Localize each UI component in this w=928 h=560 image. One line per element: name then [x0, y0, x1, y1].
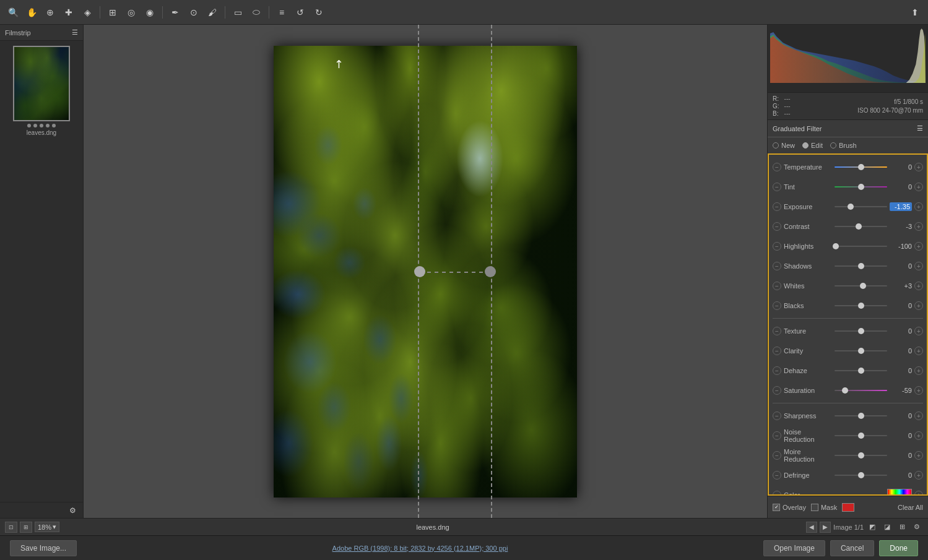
shadows-track[interactable] — [835, 265, 887, 267]
redo-btn[interactable]: ↻ — [311, 4, 327, 20]
saturation-minus[interactable]: − — [773, 386, 781, 395]
saturation-track[interactable] — [835, 390, 887, 391]
highlights-track[interactable] — [835, 246, 887, 247]
fit-screen-btn[interactable]: ⊡ — [5, 522, 17, 533]
highlights-thumb[interactable] — [833, 243, 839, 249]
noise-reduction-minus[interactable]: − — [773, 431, 781, 440]
shadows-track-container[interactable] — [835, 265, 887, 267]
whites-plus[interactable]: + — [914, 282, 923, 290]
defringe-minus[interactable]: − — [773, 471, 781, 480]
clipping-highlights-btn[interactable]: ◪ — [881, 522, 893, 533]
noise-reduction-plus[interactable]: + — [914, 431, 923, 440]
texture-minus[interactable]: − — [773, 327, 781, 335]
done-btn[interactable]: Done — [879, 540, 918, 556]
dehaze-thumb[interactable] — [858, 368, 864, 374]
shadows-minus[interactable]: − — [773, 262, 781, 270]
grad-handle-left[interactable] — [414, 266, 425, 277]
moire-reduction-track[interactable] — [835, 455, 887, 456]
dehaze-track[interactable] — [835, 370, 887, 371]
sharpness-track-container[interactable] — [835, 415, 887, 416]
filter-radio-new[interactable]: New — [773, 142, 795, 149]
moire-reduction-track-container[interactable] — [835, 455, 887, 456]
clarity-thumb[interactable] — [858, 348, 864, 354]
film-thumbnail[interactable] — [13, 46, 70, 121]
defringe-plus[interactable]: + — [914, 471, 923, 480]
sharpness-plus[interactable]: + — [914, 411, 923, 420]
temperature-minus[interactable]: − — [773, 163, 781, 171]
color-minus[interactable]: − — [773, 491, 781, 496]
filmstrip-settings-btn[interactable]: ⚙ — [64, 502, 80, 519]
color-plus[interactable]: + — [914, 491, 923, 496]
moire-reduction-thumb[interactable] — [858, 452, 864, 459]
moire-reduction-minus[interactable]: − — [773, 451, 781, 460]
temperature-plus[interactable]: + — [914, 163, 923, 171]
exposure-plus[interactable]: + — [914, 202, 923, 211]
shadows-thumb[interactable] — [858, 263, 864, 269]
tint-minus[interactable]: − — [773, 183, 781, 191]
temperature-track[interactable] — [835, 166, 887, 168]
targeted-adjustment-tool[interactable]: ◈ — [79, 4, 95, 20]
exposure-track[interactable] — [835, 206, 887, 207]
contrast-plus[interactable]: + — [914, 222, 923, 231]
highlights-plus[interactable]: + — [914, 242, 923, 251]
exposure-minus[interactable]: − — [773, 202, 781, 211]
open-image-btn[interactable]: Open Image — [763, 540, 825, 556]
saturation-plus[interactable]: + — [914, 386, 923, 395]
texture-thumb[interactable] — [858, 328, 864, 334]
clarity-track-container[interactable] — [835, 350, 887, 351]
texture-track[interactable] — [835, 330, 887, 332]
hand-tool[interactable]: ✋ — [24, 4, 40, 20]
shadows-plus[interactable]: + — [914, 262, 923, 270]
prev-image-btn[interactable]: ◀ — [806, 522, 817, 533]
oval-tool[interactable]: ⬭ — [248, 4, 264, 20]
cancel-btn[interactable]: Cancel — [830, 540, 874, 556]
blacks-track[interactable] — [835, 305, 887, 306]
contrast-thumb[interactable] — [856, 223, 862, 230]
filter-radio-edit[interactable]: Edit — [802, 142, 823, 149]
zoom-dropdown-icon[interactable]: ▾ — [53, 523, 56, 531]
white-balance-tool[interactable]: ⊕ — [42, 4, 58, 20]
temperature-thumb[interactable] — [858, 164, 864, 170]
full-screen-btn[interactable]: ⊞ — [20, 522, 32, 533]
clarity-minus[interactable]: − — [773, 347, 781, 355]
grad-handle-right[interactable] — [485, 266, 496, 277]
canvas-area[interactable]: ↗ — [84, 25, 767, 518]
contrast-minus[interactable]: − — [773, 222, 781, 231]
texture-plus[interactable]: + — [914, 327, 923, 335]
mask-checkbox[interactable]: Mask — [811, 504, 837, 511]
highlights-track-container[interactable] — [835, 246, 887, 247]
clipping-shadows-btn[interactable]: ◩ — [866, 522, 878, 533]
red-eye-tool[interactable]: ◉ — [142, 4, 158, 20]
contrast-track-container[interactable] — [835, 226, 887, 227]
filter-radio-brush[interactable]: Brush — [830, 142, 857, 149]
saturation-track-container[interactable] — [835, 390, 887, 391]
moire-reduction-plus[interactable]: + — [914, 451, 923, 460]
list-tool[interactable]: ≡ — [274, 4, 290, 20]
dehaze-minus[interactable]: − — [773, 366, 781, 375]
status-link[interactable]: Adobe RGB (1998): 8 bit; 2832 by 4256 (1… — [332, 545, 508, 552]
radial-filter-tool[interactable]: ⊙ — [186, 4, 202, 20]
overlay-checkbox[interactable]: ✓ Overlay — [773, 504, 806, 511]
undo-btn[interactable]: ↺ — [292, 4, 308, 20]
clear-all-btn[interactable]: Clear All — [898, 504, 923, 511]
tint-track-container[interactable] — [835, 186, 887, 187]
clarity-plus[interactable]: + — [914, 347, 923, 355]
save-image-btn[interactable]: Save Image... — [10, 540, 77, 556]
sharpness-track[interactable] — [835, 415, 887, 416]
whites-track[interactable] — [835, 285, 887, 286]
dehaze-track-container[interactable] — [835, 370, 887, 371]
defringe-track[interactable] — [835, 475, 887, 476]
filmstrip-menu-icon[interactable]: ☰ — [72, 28, 78, 37]
saturation-thumb[interactable] — [842, 387, 848, 394]
export-btn[interactable]: ⬆ — [907, 4, 923, 20]
grid-btn[interactable]: ⊞ — [896, 522, 908, 533]
defringe-thumb[interactable] — [858, 472, 864, 478]
spot-removal-tool[interactable]: ◎ — [123, 4, 139, 20]
adjustment-brush-tool[interactable]: 🖌 — [204, 4, 220, 20]
tint-track[interactable] — [835, 186, 887, 187]
tint-thumb[interactable] — [858, 184, 864, 190]
blacks-track-container[interactable] — [835, 305, 887, 306]
blacks-minus[interactable]: − — [773, 301, 781, 310]
settings-btn[interactable]: ⚙ — [911, 522, 923, 533]
sharpness-minus[interactable]: − — [773, 411, 781, 420]
